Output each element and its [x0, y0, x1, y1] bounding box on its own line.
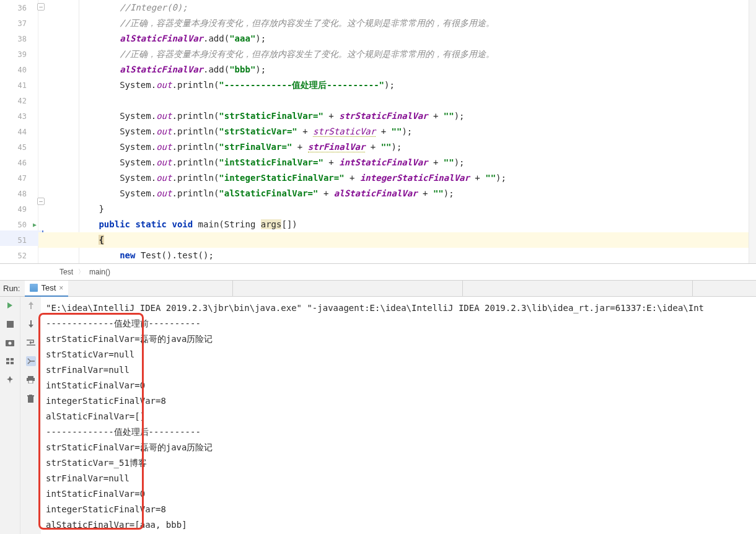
code-field: integerStaticFinalVar	[360, 173, 470, 183]
console-line: integerStaticFinalVar=8	[46, 502, 751, 517]
line-number[interactable]: 39	[0, 46, 38, 62]
code-brace-highlighted: {	[99, 235, 103, 245]
code-text: System.	[120, 111, 156, 121]
line-number[interactable]: 50▶	[0, 217, 38, 232]
breadcrumb-item[interactable]: Test	[57, 268, 76, 276]
line-number[interactable]: 42	[0, 93, 38, 108]
console-output[interactable]: "E:\idea\IntelliJ IDEA 2019.2.3\jbr\bin\…	[41, 297, 756, 534]
code-text: +	[365, 142, 380, 152]
line-number[interactable]: 44	[0, 124, 38, 139]
console-line: strFinalVar=null	[46, 362, 751, 378]
code-string: "integerStaticFinalVar="	[219, 173, 344, 183]
code-string: "alStaticFinalVar="	[219, 188, 318, 198]
line-number[interactable]: 45	[0, 139, 38, 155]
code-text: +	[297, 126, 313, 136]
line-number[interactable]: 43	[0, 108, 38, 124]
code-text: Test().test();	[135, 250, 213, 260]
code-text: +	[345, 173, 360, 183]
run-toolbar-left	[0, 297, 20, 534]
down-arrow-icon[interactable]	[26, 319, 36, 329]
line-number[interactable]: 37	[0, 15, 38, 31]
code-text: +	[323, 111, 339, 121]
code-text: .println(	[172, 173, 219, 183]
code-text: .println(	[172, 80, 219, 90]
code-text: );	[255, 64, 266, 74]
close-icon[interactable]: ×	[59, 284, 63, 292]
svg-rect-7	[28, 376, 33, 378]
code-text: .add(	[203, 33, 229, 43]
console-line: intStaticFinalVar=0	[46, 378, 751, 393]
camera-icon[interactable]	[5, 338, 15, 348]
divider	[462, 281, 463, 296]
code-param-warn: args	[261, 219, 282, 229]
header-separators	[232, 281, 756, 296]
line-number[interactable]: 47	[0, 170, 38, 186]
line-number[interactable]: 46	[0, 155, 38, 170]
code-string: "strFinalVar="	[219, 142, 292, 152]
scroll-to-end-icon[interactable]	[26, 356, 36, 366]
code-text: );	[444, 188, 454, 198]
run-tab-label: Test	[41, 283, 56, 292]
pin-icon[interactable]	[5, 375, 15, 385]
run-gutter-icon[interactable]: ▶	[33, 221, 37, 228]
code-field: strStaticFinalVar	[339, 111, 428, 121]
divider	[692, 281, 693, 296]
svg-rect-3	[6, 358, 9, 361]
line-number[interactable]: 38	[0, 31, 38, 46]
code-field: alStaticFinalVar	[120, 64, 203, 74]
console-line: strFinalVar=null	[46, 471, 751, 486]
soft-wrap-icon[interactable]	[26, 338, 36, 348]
line-number[interactable]: 40	[0, 62, 38, 77]
code-static: out	[156, 142, 172, 152]
code-editor[interactable]: //Integer(0); //正确，容器变量本身没有变化，但存放内容发生了变化…	[38, 0, 756, 263]
code-static: out	[156, 173, 172, 183]
code-string: "bbb"	[229, 64, 255, 74]
chevron-right-icon: 〉	[76, 268, 87, 276]
code-keyword: public	[99, 219, 130, 229]
svg-rect-11	[27, 395, 34, 396]
code-static: out	[156, 157, 172, 167]
run-tool-body: "E:\idea\IntelliJ IDEA 2019.2.3\jbr\bin\…	[0, 297, 756, 534]
svg-rect-10	[28, 396, 33, 403]
line-number[interactable]: 41	[0, 77, 38, 93]
line-number[interactable]: 48	[0, 186, 38, 201]
run-toolbar-inner	[20, 297, 41, 534]
code-static: out	[156, 80, 172, 90]
code-text: System.	[120, 142, 156, 152]
code-text: );	[454, 111, 465, 121]
rerun-icon[interactable]	[5, 300, 15, 310]
line-number[interactable]: 36	[0, 0, 38, 15]
code-text: );	[255, 33, 266, 43]
code-text: .println(	[172, 157, 219, 167]
line-number[interactable]: 51	[0, 232, 38, 248]
code-keyword: new	[120, 250, 135, 260]
code-text: );	[496, 173, 506, 183]
line-number[interactable]: 52	[0, 248, 38, 263]
code-static: out	[156, 126, 172, 136]
console-line: integerStaticFinalVar=8	[46, 393, 751, 409]
line-gutter: 36 37 38 39 40 41 42 43 44 45 46 47 48 4…	[0, 0, 38, 263]
code-text: System.	[120, 157, 156, 167]
layout-icon[interactable]	[5, 356, 15, 366]
code-string: ""	[485, 173, 496, 183]
code-field: strStaticVar	[313, 126, 376, 137]
code-text: System.	[120, 188, 156, 198]
up-arrow-icon[interactable]	[26, 300, 36, 310]
stop-icon[interactable]	[5, 319, 15, 329]
svg-point-2	[9, 342, 12, 345]
code-string: "strStaticVar="	[219, 126, 297, 136]
code-static: out	[156, 111, 172, 121]
console-line: strStaticVar=null	[46, 347, 751, 362]
print-icon[interactable]	[26, 375, 36, 385]
run-tab[interactable]: Test ×	[25, 281, 68, 297]
breadcrumb-item[interactable]: main()	[87, 268, 113, 276]
code-field: alStaticFinalVar	[120, 33, 203, 43]
code-string: "strStaticFinalVar="	[219, 111, 323, 121]
line-number[interactable]: 49	[0, 201, 38, 217]
run-config-icon	[30, 284, 38, 292]
editor-scrollbar[interactable]	[749, 0, 756, 263]
svg-rect-9	[29, 380, 33, 383]
code-text: System.	[120, 126, 156, 136]
editor-pane: 36 37 38 39 40 41 42 43 44 45 46 47 48 4…	[0, 0, 756, 264]
trash-icon[interactable]	[26, 393, 36, 403]
